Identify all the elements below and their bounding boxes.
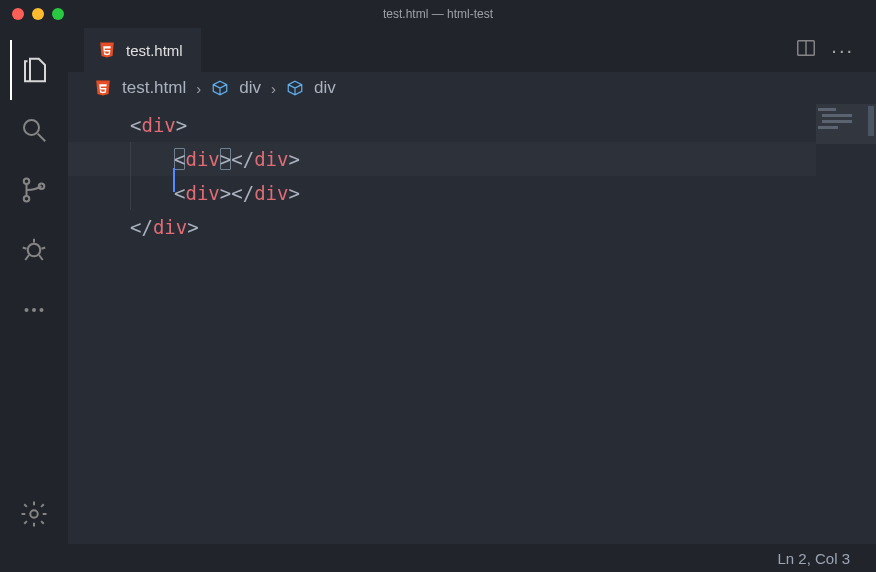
search-icon[interactable] — [10, 100, 58, 160]
svg-point-13 — [40, 308, 44, 312]
title-bar: test.html — html-test — [0, 0, 876, 28]
element-icon — [211, 79, 229, 97]
html5-icon — [98, 41, 116, 59]
breadcrumb[interactable]: test.html › div › div — [68, 72, 876, 104]
window-title: test.html — html-test — [383, 7, 493, 21]
editor-actions: ··· — [795, 28, 876, 72]
tab-bar: test.html ··· — [68, 28, 876, 72]
svg-point-12 — [32, 308, 36, 312]
code-line[interactable]: <div> — [130, 108, 876, 142]
chevron-right-icon: › — [271, 80, 276, 97]
tab-label: test.html — [126, 42, 183, 59]
source-control-icon[interactable] — [10, 160, 58, 220]
svg-line-10 — [39, 255, 43, 260]
status-bar: Ln 2, Col 3 — [0, 544, 876, 572]
breadcrumb-segment[interactable]: div — [239, 78, 261, 98]
element-icon — [286, 79, 304, 97]
svg-point-0 — [24, 120, 39, 135]
code-line[interactable]: </div> — [130, 210, 876, 244]
breadcrumb-segment[interactable]: div — [314, 78, 336, 98]
split-editor-icon[interactable] — [795, 37, 817, 63]
debug-icon[interactable] — [10, 220, 58, 280]
breadcrumb-file[interactable]: test.html — [122, 78, 186, 98]
tab-test-html[interactable]: test.html — [84, 28, 201, 72]
code-line[interactable]: <div></div> — [130, 142, 876, 176]
more-icon[interactable] — [10, 280, 58, 340]
editor-group: test.html ··· test.html › div › div <div… — [68, 28, 876, 544]
code-line[interactable]: <div></div> — [130, 176, 876, 210]
close-window-button[interactable] — [12, 8, 24, 20]
svg-line-8 — [42, 248, 46, 249]
svg-line-9 — [25, 255, 29, 260]
svg-point-5 — [28, 244, 41, 257]
code-editor[interactable]: <div> <div></div> <div></div> </div> — [68, 104, 876, 544]
cursor-position[interactable]: Ln 2, Col 3 — [777, 550, 850, 567]
minimize-window-button[interactable] — [32, 8, 44, 20]
settings-gear-icon[interactable] — [10, 484, 58, 544]
svg-line-7 — [23, 248, 27, 249]
activity-bar — [0, 28, 68, 544]
explorer-icon[interactable] — [10, 40, 58, 100]
chevron-right-icon: › — [196, 80, 201, 97]
svg-point-11 — [25, 308, 29, 312]
maximize-window-button[interactable] — [52, 8, 64, 20]
svg-point-14 — [30, 510, 38, 518]
html5-icon — [94, 79, 112, 97]
window-controls — [0, 8, 64, 20]
svg-line-1 — [38, 134, 46, 142]
svg-point-2 — [24, 179, 30, 185]
svg-point-3 — [24, 196, 30, 202]
more-actions-icon[interactable]: ··· — [831, 39, 858, 62]
